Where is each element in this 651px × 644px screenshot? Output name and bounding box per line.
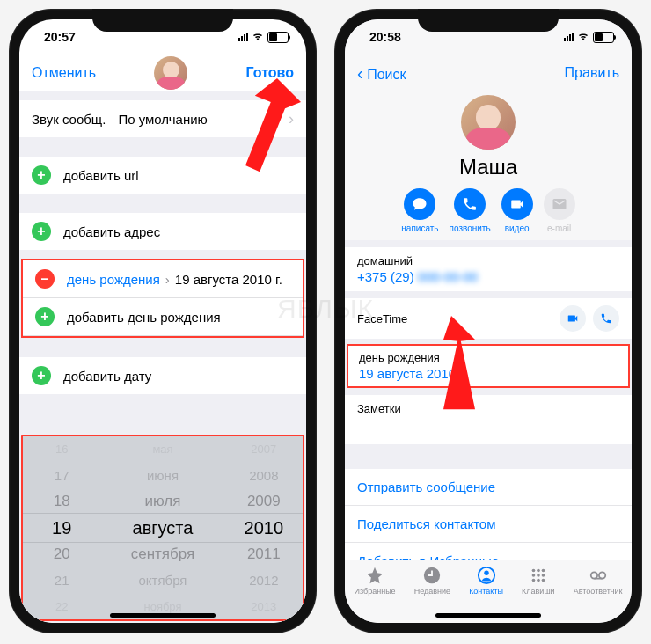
plus-icon: + [35,307,55,326]
phone-left: 20:57 Отменить Готово Звук сообщ. По умо… [9,9,317,633]
svg-point-7 [537,574,540,577]
add-address-label: добавить адрес [63,224,160,239]
voicemail-icon [589,566,608,585]
cancel-button[interactable]: Отменить [32,65,96,81]
plus-icon: + [32,366,51,385]
svg-point-13 [598,572,604,578]
facetime-video-button[interactable] [560,305,586,332]
signal-icon [564,33,574,41]
tab-recents[interactable]: Недавние [414,566,450,596]
add-url-row[interactable]: + добавить url [19,157,306,194]
birthday-highlight: – день рождения › 19 августа 2010 г. + д… [21,259,304,338]
phone-icon [454,188,486,220]
edit-button[interactable]: Править [565,65,619,81]
signal-icon [238,33,248,41]
birthday-label: день рождения [359,351,618,364]
ringtone-label: Звук сообщ. [32,112,106,127]
phone-value-hidden: 000-00-00 [418,269,478,284]
svg-point-12 [590,572,596,578]
screen-right: 20:58 ‹ Поиск Править Маша [345,19,632,623]
home-indicator[interactable] [435,613,541,618]
picker-day-column[interactable]: 16 17 18 19 20 21 22 [23,436,100,619]
edit-nav-bar: Отменить Готово [19,55,306,91]
view-nav-bar: ‹ Поиск Править [345,55,632,91]
star-icon [365,566,384,585]
birthday-display-highlight: день рождения 19 августа 2010 г. [347,344,630,388]
tab-contacts[interactable]: Контакты [469,566,503,596]
video-icon [501,188,533,220]
add-birthday-label: добавить день рождения [67,310,221,325]
birthday-value: 19 августа 2010 г. [175,272,282,287]
birthday-row[interactable]: – день рождения › 19 августа 2010 г. [23,260,303,298]
tab-voicemail[interactable]: Автоответчик [574,566,623,596]
picker-month-column[interactable]: мая июня июля августа сентября октября н… [100,436,224,619]
send-message-link[interactable]: Отправить сообщение [345,469,632,506]
action-call[interactable]: позвонить [450,188,491,233]
share-contact-link[interactable]: Поделиться контактом [345,506,632,543]
tab-keypad[interactable]: Клавиши [522,566,555,596]
back-button[interactable]: ‹ Поиск [357,63,406,84]
ringtone-value: По умолчанию [118,112,207,127]
clock-icon [422,566,442,585]
action-message[interactable]: написать [401,188,438,233]
notch [92,9,233,32]
phone-value-visible: +375 (29) [357,269,414,284]
svg-point-3 [532,569,536,573]
add-address-row[interactable]: + добавить адрес [19,213,306,250]
svg-point-8 [542,574,545,577]
battery-icon [267,32,289,43]
svg-point-2 [484,571,489,576]
svg-point-6 [532,574,536,577]
svg-point-4 [537,569,540,573]
chevron-right-icon: › [289,110,294,128]
battery-icon [593,32,614,43]
birthday-value: 19 августа 2010 г. [359,366,618,381]
facetime-block: FaceTime [345,298,632,339]
plus-icon: + [32,222,51,241]
add-date-row[interactable]: + добавить дату [19,357,306,394]
add-favorite-link[interactable]: Добавить в Избранные [345,543,632,560]
add-date-label: добавить дату [63,369,151,384]
done-button[interactable]: Готово [246,65,294,81]
facetime-label: FaceTime [357,312,407,326]
mail-icon [544,188,575,220]
tab-favorites[interactable]: Избранные [355,566,396,596]
person-icon [477,566,496,585]
picker-year-column[interactable]: 2007 2008 2009 2010 2011 2012 2013 [225,436,303,619]
birthday-label: день рождения [67,272,160,287]
chevron-left-icon: ‹ [357,63,363,83]
avatar-large[interactable] [461,95,516,150]
action-video[interactable]: видео [501,188,533,233]
add-url-label: добавить url [63,168,139,183]
svg-point-10 [537,579,540,582]
message-icon [404,188,435,220]
phone-block[interactable]: домашний +375 (29) 000-00-00 [345,247,632,291]
minus-icon[interactable]: – [35,269,55,289]
svg-point-9 [532,579,536,582]
notes-label: Заметки [357,402,619,415]
notes-block[interactable]: Заметки [345,395,632,444]
phone-right: 20:58 ‹ Поиск Править Маша [334,9,642,633]
status-time: 20:58 [369,30,401,44]
plus-icon: + [32,165,51,185]
wifi-icon [577,32,589,42]
phone-label: домашний [357,254,619,267]
status-time: 20:57 [44,30,76,44]
avatar-small[interactable] [154,56,187,90]
date-picker[interactable]: 16 17 18 19 20 21 22 мая июня июля авгус… [21,435,304,621]
svg-point-5 [542,569,545,573]
screen-left: 20:57 Отменить Готово Звук сообщ. По умо… [19,19,306,623]
wifi-icon [252,32,264,42]
contact-name: Маша [459,155,517,179]
facetime-audio-button[interactable] [593,305,619,332]
keypad-icon [529,566,548,585]
contact-header: Маша написать позвонить видео e-mail [345,91,632,240]
home-indicator[interactable] [110,613,216,618]
notch [418,9,559,32]
svg-point-11 [542,579,545,582]
chevron-right-icon: › [165,272,170,287]
action-mail: e-mail [544,188,575,233]
add-birthday-row[interactable]: + добавить день рождения [23,298,303,336]
ringtone-row[interactable]: Звук сообщ. По умолчанию › [19,100,306,137]
